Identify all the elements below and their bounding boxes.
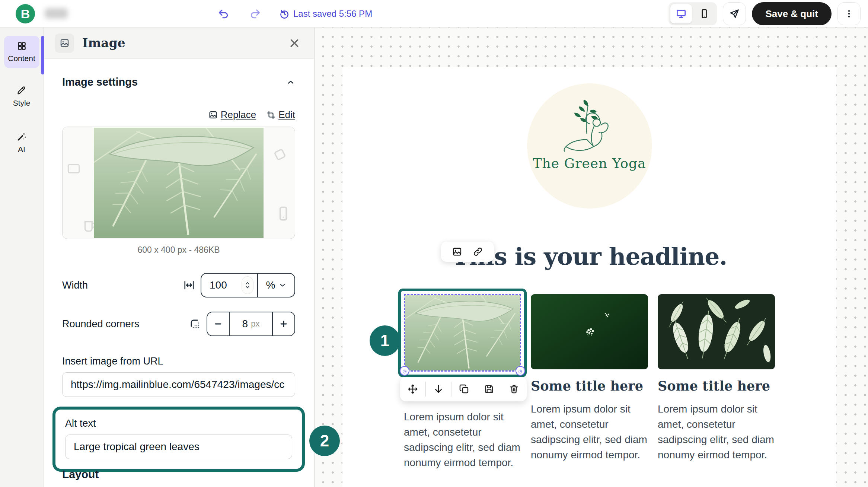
rounded-corners-label: Rounded corners: [62, 318, 139, 330]
column-body-text[interactable]: Lorem ipsum dolor sit amet, consetetur s…: [531, 401, 648, 462]
replace-image-link[interactable]: Replace: [208, 109, 256, 121]
column-title[interactable]: Some title here: [658, 378, 775, 398]
history-icon: [279, 9, 290, 19]
column-body-text[interactable]: Lorem ipsum dolor sit amet, consetetur s…: [404, 409, 521, 470]
leaves-image-3: [658, 294, 775, 369]
step-badge-1: 1: [370, 325, 400, 356]
selected-image-outline: ◷ ◷: [398, 289, 527, 377]
column-3: Some title here Lorem ipsum dolor sit am…: [658, 294, 775, 470]
alt-text-label: Alt text: [65, 418, 292, 429]
corner-radius-icon: [189, 318, 201, 330]
width-stepper[interactable]: [242, 276, 253, 294]
grid-icon: [17, 41, 27, 51]
image-url-input[interactable]: [62, 372, 295, 397]
three-column-section: ◷ ◷ Lorem ipsum dolor sit amet, consetet…: [404, 294, 775, 470]
top-bar: B Last saved 5:56 PM Save & quit: [0, 0, 868, 28]
increase-radius-button[interactable]: [273, 312, 294, 335]
image-hover-toolbar: [441, 242, 494, 262]
leaves-image-1: [405, 295, 520, 370]
column-body-text[interactable]: Lorem ipsum dolor sit amet, consetetur s…: [658, 401, 775, 462]
chevron-down-icon: [279, 281, 286, 289]
last-saved-text: Last saved 5:56 PM: [293, 9, 372, 19]
close-panel-button[interactable]: [286, 35, 303, 51]
close-icon: [289, 38, 300, 49]
resize-handle-bottom-left[interactable]: ◷: [400, 366, 409, 376]
image-preview-box[interactable]: [62, 127, 295, 239]
selected-image[interactable]: ◷ ◷: [404, 294, 521, 372]
placeholder-diamond-icon: [268, 142, 292, 167]
rounded-corners-control: 8 px: [207, 312, 295, 336]
yoga-line-art: [554, 100, 625, 155]
kebab-menu-icon: [844, 9, 854, 19]
email-document: The Green Yoga This is your headline. ◷ …: [342, 67, 836, 487]
radius-unit: px: [251, 319, 259, 329]
sidebar-item-ai[interactable]: AI: [4, 126, 39, 159]
duplicate-block-button[interactable]: [451, 377, 476, 401]
image-settings-panel: Image Image settings Replace Edit 600 x …: [44, 28, 314, 487]
leaves-preview-image: [94, 128, 264, 238]
decrease-radius-button[interactable]: [207, 312, 229, 335]
brand-logo-block[interactable]: The Green Yoga: [527, 83, 652, 209]
sidebar-item-content[interactable]: Content: [4, 36, 39, 68]
url-label: Insert image from URL: [62, 356, 295, 367]
leaves-image-2: [531, 294, 648, 369]
delete-block-button[interactable]: [502, 377, 527, 401]
editor-sidebar: Content Style AI: [0, 28, 44, 487]
collapse-section-button[interactable]: [286, 78, 295, 87]
image-icon: [55, 34, 74, 53]
column-2: Some title here Lorem ipsum dolor sit am…: [531, 294, 648, 470]
block-action-toolbar: [400, 377, 527, 401]
plus-icon: [279, 319, 288, 329]
undo-button[interactable]: [215, 6, 232, 22]
column-title[interactable]: Some title here: [531, 378, 648, 398]
width-unit-select[interactable]: %: [258, 274, 294, 297]
active-tab-indicator: [41, 36, 44, 74]
width-input[interactable]: [210, 279, 236, 291]
mobile-preview-button[interactable]: [693, 4, 715, 23]
width-control: %: [201, 273, 295, 297]
send-icon: [729, 9, 740, 19]
crop-icon: [267, 111, 275, 120]
alt-text-input[interactable]: [65, 435, 292, 459]
next-section-heading-clipped: Layout: [62, 468, 99, 481]
sidebar-item-label: Style: [13, 99, 31, 108]
last-saved-status: Last saved 5:56 PM: [279, 9, 372, 19]
brevo-logo-letter: B: [21, 7, 30, 21]
image-meta-text: 600 x 400 px - 486KB: [62, 245, 295, 255]
mobile-icon: [699, 8, 710, 19]
sidebar-item-label: AI: [18, 145, 25, 154]
placeholder-phone-icon: [275, 205, 292, 222]
width-icon: [184, 280, 195, 291]
sidebar-item-label: Content: [8, 54, 35, 63]
link-icon[interactable]: [473, 246, 483, 257]
column-image[interactable]: [658, 294, 775, 369]
image-icon[interactable]: [452, 246, 462, 257]
resize-handle-bottom-right[interactable]: ◷: [516, 366, 525, 376]
email-headline[interactable]: This is your headline.: [342, 243, 836, 270]
placeholder-card-icon: [66, 160, 82, 177]
move-block-button[interactable]: [400, 377, 425, 401]
document-name-blurred: [45, 8, 68, 19]
device-preview-toggle: [668, 2, 717, 25]
edit-image-link[interactable]: Edit: [267, 109, 295, 121]
desktop-icon: [676, 8, 687, 19]
save-quit-button[interactable]: Save & quit: [752, 2, 832, 25]
save-block-button[interactable]: [477, 377, 502, 401]
width-label: Width: [62, 280, 88, 291]
section-title: Image settings: [62, 76, 138, 88]
alt-text-highlight: Alt text: [52, 407, 305, 472]
desktop-preview-button[interactable]: [670, 4, 692, 23]
column-image[interactable]: [531, 294, 648, 369]
column-1: ◷ ◷ Lorem ipsum dolor sit amet, consetet…: [404, 294, 521, 470]
redo-button[interactable]: [247, 6, 264, 22]
pencil-icon: [16, 85, 27, 96]
more-options-button[interactable]: [837, 2, 861, 25]
panel-title: Image: [82, 36, 125, 50]
move-down-button[interactable]: [426, 377, 451, 401]
panel-header: Image: [44, 28, 314, 59]
sidebar-item-style[interactable]: Style: [4, 80, 39, 113]
minus-icon: [213, 319, 223, 329]
editor-canvas[interactable]: The Green Yoga This is your headline. ◷ …: [314, 28, 868, 487]
replace-image-icon: [208, 110, 218, 120]
send-test-button[interactable]: [723, 2, 746, 25]
